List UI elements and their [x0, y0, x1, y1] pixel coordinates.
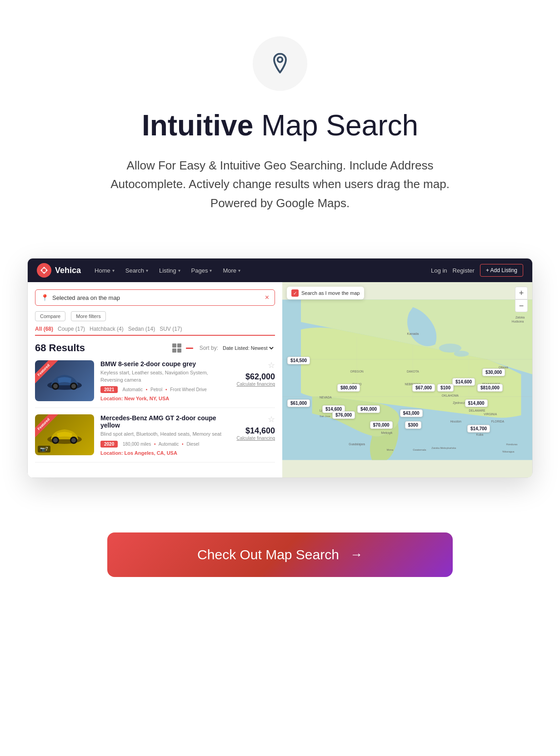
main-content: 📍 Selected area on the map × Compare Mor… [28, 282, 532, 477]
price-marker-1[interactable]: $30,000 [482, 368, 505, 376]
price-marker-14[interactable]: $300 [405, 421, 421, 429]
svg-text:Guadalajara: Guadalajara [349, 443, 365, 446]
svg-text:San Jose: San Jose [320, 415, 330, 418]
map-controls: + − [515, 287, 528, 312]
navbar-logo: Vehica [37, 263, 81, 278]
svg-point-0 [278, 57, 283, 62]
svg-point-2 [42, 269, 46, 272]
filter-tab-suv[interactable]: SUV (17) [160, 326, 182, 332]
price-marker-9[interactable]: $40,000 [357, 405, 380, 413]
filter-tab-all[interactable]: All (68) [35, 326, 53, 332]
car-2-specs-row: 2020 180,000 miles • Automatic • Diesel [100, 441, 230, 448]
svg-text:OREGON: OREGON [350, 370, 364, 373]
search-bar[interactable]: 📍 Selected area on the map × [35, 289, 275, 306]
svg-text:Zatoka Meksykańska: Zatoka Meksykańska [431, 447, 456, 449]
svg-text:OKLAHOMA: OKLAHOMA [442, 394, 459, 397]
filter-tab-sedan[interactable]: Sedan (14) [128, 326, 155, 332]
svg-text:Kanada: Kanada [407, 332, 419, 336]
car-listing-1: BMW 8-serie 2-door coupe grey Keyless st… [35, 360, 275, 408]
price-marker-2[interactable]: $14,600 [452, 378, 475, 386]
listing-chevron-icon: ▾ [178, 268, 180, 273]
car-1-image [35, 360, 94, 401]
sort-select[interactable]: Date Listed: Newest Price: Low to High P… [221, 345, 275, 351]
location-icon-container [253, 36, 307, 91]
location-pin-icon [268, 52, 292, 75]
register-link[interactable]: Register [453, 267, 475, 274]
list-view-icon[interactable] [185, 343, 194, 353]
car-2-image: 📷7 [35, 414, 94, 455]
car-2-mileage: 180,000 miles [123, 442, 151, 447]
car-1-price: $62,000 [237, 372, 275, 382]
price-marker-12[interactable]: $14,800 [465, 399, 488, 407]
more-filters-button[interactable]: More filters [71, 311, 105, 321]
car-1-desc: Keyless start, Leather seats, Navigation… [100, 369, 230, 383]
svg-text:Kuba: Kuba [476, 433, 484, 437]
filter-tabs: All (68) Coupe (17) Hatchback (4) Sedan … [35, 326, 275, 336]
hero-title: Intuitive Map Search [55, 109, 505, 143]
compare-button[interactable]: Compare [35, 311, 65, 321]
filter-tab-hatchback[interactable]: Hatchback (4) [90, 326, 124, 332]
add-listing-button[interactable]: + Add Listing [480, 264, 523, 277]
car-2-price: $14,600 [237, 426, 275, 436]
filter-tab-coupe[interactable]: Coupe (17) [58, 326, 85, 332]
svg-text:Zatoka: Zatoka [515, 316, 525, 319]
svg-text:Honduras: Honduras [506, 443, 518, 446]
vehica-logo-icon [37, 263, 51, 278]
nav-more[interactable]: More ▾ [218, 264, 245, 277]
svg-text:DAKOTA: DAKOTA [407, 370, 419, 373]
car-1-favorite-icon[interactable]: ☆ [237, 360, 275, 370]
navbar: Vehica Home ▾ Search ▾ Listing ▾ Pages ▾… [28, 259, 532, 282]
nav-listing[interactable]: Listing ▾ [155, 264, 185, 277]
car-2-favorite-icon[interactable]: ☆ [237, 414, 275, 424]
car-1-transmission: Automatic [122, 387, 142, 392]
car-1-info: BMW 8-serie 2-door coupe grey Keyless st… [100, 360, 230, 401]
car-2-fuel: Diesel [186, 442, 199, 447]
zoom-in-button[interactable]: + [515, 287, 528, 299]
search-as-move-checkbox-container[interactable]: ✓ Search as I move the map [287, 287, 364, 299]
cta-label: Check Out Map Search [197, 547, 339, 562]
nav-pages[interactable]: Pages ▾ [187, 264, 217, 277]
search-as-move-label: Search as I move the map [301, 290, 360, 296]
car-2-year: 2020 [100, 441, 118, 448]
cta-button[interactable]: Check Out Map Search → [107, 532, 453, 577]
svg-text:Mona: Mona [387, 448, 394, 451]
price-marker-11[interactable]: $43,000 [400, 409, 423, 417]
map-svg: Kanada Ottawa DAKOTA OREGON IDAHO NEBRAS… [282, 282, 532, 477]
more-chevron-icon: ▾ [238, 268, 240, 273]
car-2-financing[interactable]: Calculate financing [237, 436, 275, 441]
price-marker-15[interactable]: $14,700 [467, 425, 490, 433]
svg-text:Meksyk: Meksyk [381, 431, 392, 435]
left-panel: 📍 Selected area on the map × Compare Mor… [28, 282, 282, 477]
svg-text:Hudsona: Hudsona [512, 320, 524, 323]
login-link[interactable]: Log in [431, 267, 447, 274]
price-marker-7[interactable]: $61,000 [287, 399, 310, 407]
car-1-drive: Front Wheel Drive [170, 387, 207, 392]
hero-section: Intuitive Map Search Allow For Easy & In… [0, 0, 560, 258]
navbar-brand-name: Vehica [55, 266, 81, 275]
price-marker-3[interactable]: $80,000 [337, 384, 360, 392]
price-marker-0[interactable]: $14,500 [287, 357, 310, 364]
grid-view-icon[interactable] [172, 343, 181, 353]
svg-text:NEVADA: NEVADA [320, 396, 332, 399]
view-toggle [172, 343, 194, 353]
nav-home[interactable]: Home ▾ [90, 264, 119, 277]
car-1-financing[interactable]: Calculate financing [237, 382, 275, 387]
nav-search[interactable]: Search ▾ [121, 264, 153, 277]
price-marker-4[interactable]: $67,000 [412, 384, 435, 392]
map-panel[interactable]: Kanada Ottawa DAKOTA OREGON IDAHO NEBRAS… [282, 282, 532, 477]
price-marker-5[interactable]: $100 [437, 384, 454, 392]
price-marker-10[interactable]: $76,000 [332, 411, 355, 419]
navbar-menu: Home ▾ Search ▾ Listing ▾ Pages ▾ More ▾ [90, 264, 422, 277]
search-clear-button[interactable]: × [265, 293, 269, 302]
pages-chevron-icon: ▾ [210, 268, 212, 273]
zoom-out-button[interactable]: − [515, 299, 528, 312]
car-2-title[interactable]: Mercedes-Benz AMG GT 2-door coupe yellow [100, 414, 230, 429]
price-marker-6[interactable]: $810,000 [477, 384, 503, 392]
search-chevron-icon: ▾ [146, 268, 148, 273]
car-2-location: Location: Los Angeles, CA, USA [100, 450, 230, 456]
car-2-desc: Blind spot alert, Bluetooth, Heated seat… [100, 431, 230, 438]
car-1-title[interactable]: BMW 8-serie 2-door coupe grey [100, 360, 230, 368]
car-2-transmission: Automatic [159, 442, 179, 447]
cta-section: Check Out Map Search → [0, 514, 560, 613]
price-marker-13[interactable]: $70,000 [370, 421, 393, 429]
